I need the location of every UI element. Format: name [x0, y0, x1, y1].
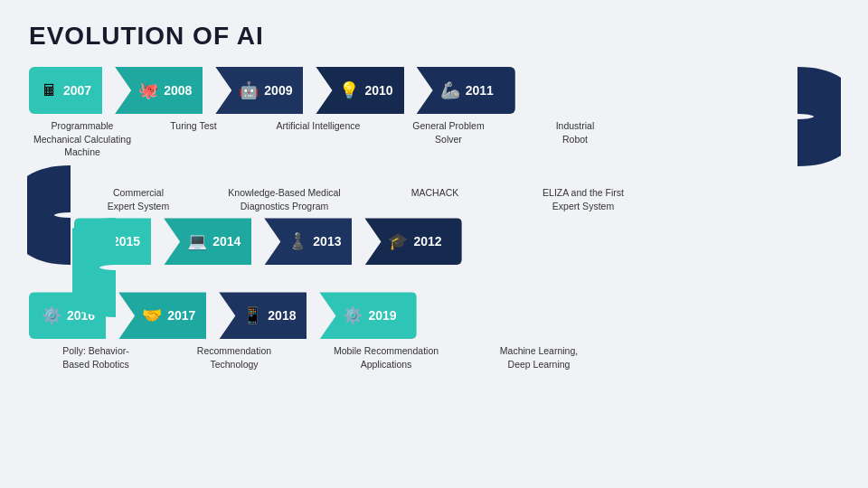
- desc-2011: IndustrialRobot: [512, 119, 638, 145]
- year-2019: 2019: [368, 308, 396, 323]
- icon-2016: ⚙️: [42, 305, 61, 325]
- desc-2015: CommercialExpert System: [76, 186, 201, 212]
- icon-2010: 💡: [339, 80, 359, 100]
- timeline-outer: 🖩 2007 🐙 2008 🤖 2009: [29, 67, 839, 371]
- icon-2008: 🐙: [138, 80, 158, 100]
- desc-2012: ELIZA and the FirstExpert System: [502, 186, 665, 212]
- desc-2010: General ProblemSolver: [385, 119, 512, 145]
- seg-2009: 🤖 2009: [215, 67, 303, 114]
- desc-2014: Knowledge-Based MedicalDiagnostics Progr…: [201, 186, 368, 212]
- desc-2019: Machine Learning,Deep Learning: [467, 344, 611, 371]
- icon-2018: 📱: [242, 305, 262, 325]
- seg-2007: 🖩 2007: [29, 67, 102, 114]
- seg-2011: 🦾 2011: [417, 67, 515, 114]
- icon-2019: ⚙️: [343, 305, 363, 325]
- year-2009: 2009: [264, 83, 292, 98]
- page: EVOLUTION OF AI 🖩 2007 🐙 2008: [0, 0, 868, 488]
- seg-2014: 💻 2014: [164, 218, 251, 265]
- year-2012: 2012: [413, 234, 441, 249]
- desc-2017: RecommendationTechnology: [163, 344, 306, 371]
- page-title: EVOLUTION OF AI: [29, 22, 839, 51]
- year-2008: 2008: [164, 83, 192, 98]
- icon-2017: 🤝: [142, 305, 162, 325]
- curve-right-1: [794, 67, 841, 166]
- curve-left-2: [27, 165, 74, 265]
- seg-2013: ♟️ 2013: [264, 218, 352, 265]
- desc-2018: Mobile RecommendationApplications: [306, 344, 467, 371]
- year-2017: 2017: [167, 308, 195, 323]
- year-2018: 2018: [268, 308, 296, 323]
- icon-2007: 🖩: [42, 81, 58, 100]
- icon-2011: 🦾: [440, 80, 460, 100]
- icon-2014: 💻: [187, 231, 207, 251]
- seg-2018: 📱 2018: [219, 292, 307, 339]
- seg-2012: 🎓 2012: [364, 218, 461, 265]
- year-2014: 2014: [212, 234, 241, 249]
- year-2007: 2007: [63, 83, 91, 98]
- desc-2009: Artificial Intelligence: [251, 119, 385, 133]
- desc-2007: ProgrammableMechanical CalculatingMachin…: [29, 119, 136, 159]
- desc-2008: Turing Test: [136, 119, 251, 133]
- year-2011: 2011: [466, 83, 494, 98]
- icon-2009: 🤖: [239, 80, 259, 100]
- seg-2019: ⚙️ 2019: [319, 292, 416, 339]
- desc-2013: MACHACK: [368, 186, 502, 200]
- year-2013: 2013: [313, 234, 341, 249]
- seg-2008: 🐙 2008: [115, 67, 203, 114]
- icon-2013: ♟️: [288, 231, 307, 251]
- seg-2010: 💡 2010: [316, 67, 403, 114]
- icon-2012: 🎓: [388, 231, 408, 251]
- year-2010: 2010: [364, 83, 392, 98]
- curve-left-2b: [72, 218, 119, 317]
- seg-2017: 🤝 2017: [118, 292, 206, 339]
- desc-2016: Polly: Behavior-Based Robotics: [29, 344, 163, 371]
